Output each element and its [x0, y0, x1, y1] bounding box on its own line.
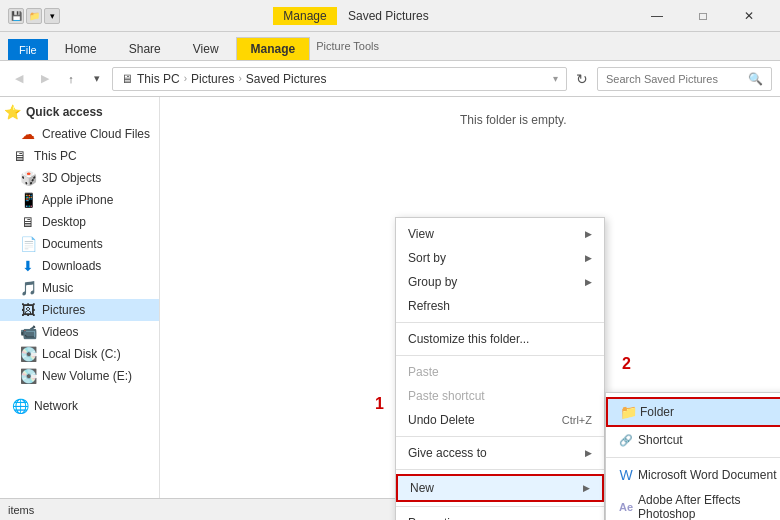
ribbon: File Home Share View Manage Picture Tool…: [0, 32, 780, 61]
path-thispc[interactable]: This PC: [137, 72, 180, 86]
tab-share[interactable]: Share: [114, 37, 176, 60]
quick-access-dropdown[interactable]: ▾: [44, 8, 60, 24]
ctx-undo[interactable]: Undo Delete Ctrl+Z: [396, 408, 604, 432]
apple-iphone-label: Apple iPhone: [42, 193, 113, 207]
music-label: Music: [42, 281, 73, 295]
new-volume-label: New Volume (E:): [42, 369, 132, 383]
forward-button[interactable]: ▶: [34, 68, 56, 90]
ctx-giveaccess[interactable]: Give access to ▶: [396, 441, 604, 465]
ctx-ae[interactable]: Ae Adobe After Effects Photoshop: [606, 488, 780, 520]
main-area: ⭐ Quick access ☁ Creative Cloud Files 🖥 …: [0, 97, 780, 499]
3d-objects-label: 3D Objects: [42, 171, 101, 185]
music-icon: 🎵: [20, 280, 36, 296]
quick-access-toolbar-icon2[interactable]: 📁: [26, 8, 42, 24]
up-button[interactable]: ↑: [60, 68, 82, 90]
sidebar-item-creative-cloud[interactable]: ☁ Creative Cloud Files: [0, 123, 159, 145]
ctx-shortcut[interactable]: 🔗 Shortcut: [606, 427, 780, 453]
ctx-pasteshortcut[interactable]: Paste shortcut: [396, 384, 604, 408]
desktop-label: Desktop: [42, 215, 86, 229]
picture-tools-label: Picture Tools: [316, 40, 379, 52]
context-menu-primary: View ▶ Sort by ▶ Group by ▶ Refresh Cust…: [395, 217, 605, 520]
context-menu-new-submenu: 📁 Folder 🔗 Shortcut W Microsoft Word Doc…: [605, 392, 780, 520]
sidebar-item-3d-objects[interactable]: 🎲 3D Objects: [0, 167, 159, 189]
sidebar-item-videos[interactable]: 📹 Videos: [0, 321, 159, 343]
tab-manage[interactable]: Manage: [236, 37, 311, 60]
sidebar-item-this-pc[interactable]: 🖥 This PC: [0, 145, 159, 167]
sidebar-item-new-volume[interactable]: 💽 New Volume (E:): [0, 365, 159, 387]
ctx-new-label: New: [410, 481, 434, 495]
title-bar-left: 💾 📁 ▾: [8, 8, 68, 24]
sidebar-item-downloads[interactable]: ⬇ Downloads: [0, 255, 159, 277]
sidebar-item-quick-access[interactable]: ⭐ Quick access: [0, 101, 159, 123]
path-sep1: ›: [184, 73, 187, 84]
ctx-sep5: [396, 506, 604, 507]
maximize-button[interactable]: □: [680, 0, 726, 32]
ctx-new-arrow: ▶: [583, 483, 590, 493]
downloads-icon: ⬇: [20, 258, 36, 274]
ctx-pasteshortcut-label: Paste shortcut: [408, 389, 485, 403]
ctx-paste-label: Paste: [408, 365, 439, 379]
ctx-folder[interactable]: 📁 Folder: [606, 397, 780, 427]
ctx-undo-shortcut: Ctrl+Z: [562, 414, 592, 426]
saved-pictures-title: Saved Pictures: [348, 9, 429, 23]
shortcut-icon: 🔗: [618, 432, 634, 448]
quick-access-label: Quick access: [26, 105, 103, 119]
search-icon: 🔍: [748, 72, 763, 86]
disk-icon: 💽: [20, 346, 36, 362]
window-title: Manage Saved Pictures: [68, 9, 634, 23]
path-dropdown[interactable]: ▾: [553, 73, 558, 84]
ctx-view[interactable]: View ▶: [396, 222, 604, 246]
sidebar-item-network[interactable]: 🌐 Network: [0, 395, 159, 417]
quick-access-toolbar-icon1[interactable]: 💾: [8, 8, 24, 24]
minimize-button[interactable]: —: [634, 0, 680, 32]
desktop-icon: 🖥: [20, 214, 36, 230]
tab-view[interactable]: View: [178, 37, 234, 60]
refresh-button[interactable]: ↻: [571, 68, 593, 90]
computer-icon: 🖥: [12, 148, 28, 164]
pictures-icon: 🖼: [20, 302, 36, 318]
ctx-refresh[interactable]: Refresh: [396, 294, 604, 318]
sidebar-item-local-disk[interactable]: 💽 Local Disk (C:): [0, 343, 159, 365]
ctx-ae-left: Ae Adobe After Effects Photoshop: [618, 493, 780, 520]
ctx-sortby[interactable]: Sort by ▶: [396, 246, 604, 270]
word-icon: W: [618, 467, 634, 483]
star-icon: ⭐: [4, 104, 20, 120]
ctx-groupby[interactable]: Group by ▶: [396, 270, 604, 294]
volume-icon: 💽: [20, 368, 36, 384]
recent-locations[interactable]: ▾: [86, 68, 108, 90]
sidebar-item-desktop[interactable]: 🖥 Desktop: [0, 211, 159, 233]
path-pictures[interactable]: Pictures: [191, 72, 234, 86]
ctx-paste[interactable]: Paste: [396, 360, 604, 384]
local-disk-label: Local Disk (C:): [42, 347, 121, 361]
label-1: 1: [375, 395, 384, 413]
ctx-sortby-label: Sort by: [408, 251, 446, 265]
sidebar-item-documents[interactable]: 📄 Documents: [0, 233, 159, 255]
ae-icon: Ae: [618, 499, 634, 515]
search-box[interactable]: 🔍: [597, 67, 772, 91]
sidebar-item-music[interactable]: 🎵 Music: [0, 277, 159, 299]
ctx-groupby-arrow: ▶: [585, 277, 592, 287]
ctx-refresh-label: Refresh: [408, 299, 450, 313]
sidebar-item-apple-iphone[interactable]: 📱 Apple iPhone: [0, 189, 159, 211]
ctx-word-left: W Microsoft Word Document: [618, 467, 777, 483]
title-bar-icons: 💾 📁 ▾: [8, 8, 60, 24]
ctx-customize[interactable]: Customize this folder...: [396, 327, 604, 351]
address-path[interactable]: 🖥 This PC › Pictures › Saved Pictures ▾: [112, 67, 567, 91]
tab-home[interactable]: Home: [50, 37, 112, 60]
ctx-new[interactable]: New ▶: [396, 474, 604, 502]
ctx-giveaccess-arrow: ▶: [585, 448, 592, 458]
ctx-sub-sep1: [606, 457, 780, 458]
ctx-properties-label: Properties: [408, 516, 463, 520]
cloud-icon: ☁: [20, 126, 36, 142]
creative-cloud-label: Creative Cloud Files: [42, 127, 150, 141]
ctx-word[interactable]: W Microsoft Word Document: [606, 462, 780, 488]
phone-icon: 📱: [20, 192, 36, 208]
ctx-ae-label: Adobe After Effects Photoshop: [638, 493, 780, 520]
back-button[interactable]: ◀: [8, 68, 30, 90]
ctx-properties[interactable]: Properties: [396, 511, 604, 520]
close-button[interactable]: ✕: [726, 0, 772, 32]
path-savedpictures[interactable]: Saved Pictures: [246, 72, 327, 86]
tab-file[interactable]: File: [8, 39, 48, 60]
search-input[interactable]: [606, 73, 744, 85]
sidebar-item-pictures[interactable]: 🖼 Pictures: [0, 299, 159, 321]
